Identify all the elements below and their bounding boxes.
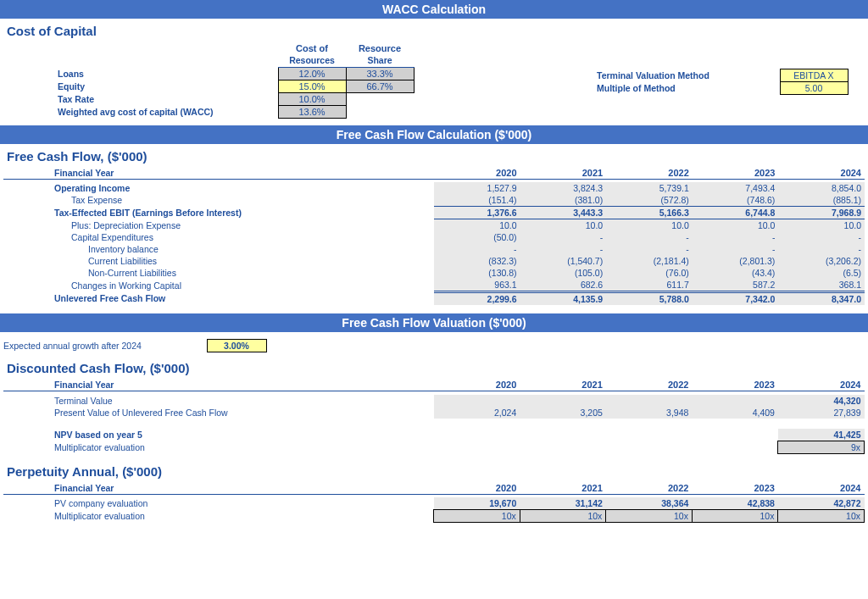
tax-ebit-2022: 5,166.3 — [606, 207, 693, 219]
tax-exp-2023: (748.6) — [693, 194, 779, 207]
pv-company-label: PV company evaluation — [3, 497, 434, 510]
perp-year-2023: 2023 — [692, 482, 778, 495]
dcf-year-2020: 2020 — [434, 379, 520, 391]
pv-company-2020: 19,670 — [434, 497, 520, 510]
row-equity-cost[interactable]: 15.0% — [278, 80, 346, 92]
tax-ebit-2023: 6,744.8 — [693, 207, 779, 219]
section-cost-of-capital: Cost of Capital — [0, 19, 868, 42]
capex-2021: - — [520, 231, 607, 243]
op-income-2024: 8,854.0 — [778, 182, 865, 194]
year-2020: 2020 — [434, 167, 520, 180]
dep-2023: 10.0 — [693, 219, 779, 232]
multiple-method-value[interactable]: 5.00 — [780, 82, 848, 95]
ncl-label: Non-Current Liabilities — [3, 267, 434, 279]
dcf-year-2022: 2022 — [606, 379, 693, 391]
perp-year-2022: 2022 — [606, 482, 693, 495]
pv-ufcf-2020: 2,024 — [434, 407, 520, 419]
perp-mult-2022: 10x — [606, 510, 693, 523]
row-tax-val: 10.0% — [278, 92, 346, 105]
hdr-cost-1: Cost of — [278, 42, 346, 54]
pv-ufcf-label: Present Value of Unlevered Free Cash Flo… — [3, 407, 434, 419]
perp-year-2021: 2021 — [520, 482, 606, 495]
banner-fcf: Free Cash Flow Calculation ($'000) — [0, 125, 868, 144]
year-2022: 2022 — [606, 167, 693, 180]
tax-ebit-2020: 1,376.6 — [434, 207, 520, 219]
pv-company-2024: 42,872 — [778, 497, 865, 510]
section-fcf: Free Cash Flow, ($'000) — [0, 144, 868, 167]
fy-label-2: Financial Year — [3, 379, 434, 391]
term-val-2021 — [520, 395, 606, 407]
ncl-2020: (130.8) — [434, 267, 520, 279]
dcf-year-2023: 2023 — [692, 379, 778, 391]
terminal-valuation-label: Terminal Valuation Method — [593, 69, 763, 82]
ufcf-label: Unlevered Free Cash Flow — [3, 292, 434, 306]
section-dcf: Discounted Cash Flow, ($'000) — [0, 352, 868, 379]
pv-ufcf-2023: 4,409 — [692, 407, 778, 419]
hdr-share-2: Share — [346, 54, 414, 67]
wc-2022: 611.7 — [606, 279, 693, 292]
tax-exp-label: Tax Expense — [3, 194, 434, 207]
year-2024: 2024 — [778, 167, 865, 180]
ncl-2022: (76.0) — [606, 267, 693, 279]
row-tax-label: Tax Rate — [7, 92, 278, 105]
op-income-2021: 3,824.3 — [520, 182, 607, 194]
tax-ebit-2024: 7,968.9 — [778, 207, 865, 219]
row-loans-label: Loans — [7, 67, 278, 80]
perp-mult-2024: 10x — [778, 510, 865, 523]
wc-2023: 587.2 — [693, 279, 779, 292]
term-val-label: Terminal Value — [3, 395, 434, 407]
dcf-year-2024: 2024 — [778, 379, 865, 391]
npv-label: NPV based on year 5 — [3, 429, 434, 441]
pv-company-2022: 38,364 — [606, 497, 693, 510]
inv-2021: - — [520, 243, 607, 255]
capex-2020: (50.0) — [434, 231, 520, 243]
perp-year-2024: 2024 — [778, 482, 865, 495]
fy-label-3: Financial Year — [3, 482, 434, 495]
dep-2024: 10.0 — [778, 219, 865, 232]
term-val-2020 — [434, 395, 520, 407]
tax-ebit-2021: 3,443.3 — [520, 207, 607, 219]
term-val-2023 — [692, 395, 778, 407]
terminal-valuation-value[interactable]: EBITDA X — [780, 69, 848, 82]
op-income-2020: 1,527.9 — [434, 182, 520, 194]
capex-label: Capital Expenditures — [3, 231, 434, 243]
dep-2020: 10.0 — [434, 219, 520, 232]
dcf-year-2021: 2021 — [520, 379, 606, 391]
ufcf-2020: 2,299.6 — [434, 292, 520, 306]
inv-2023: - — [693, 243, 779, 255]
inv-2022: - — [606, 243, 693, 255]
ncl-2024: (6.5) — [778, 267, 865, 279]
capex-2024: - — [778, 231, 865, 243]
row-equity-label: Equity — [7, 80, 278, 92]
mult-eval-val: 9x — [778, 441, 865, 453]
year-2023: 2023 — [693, 167, 779, 180]
perp-mult-2020: 10x — [434, 510, 520, 523]
inv-label: Inventory balance — [3, 243, 434, 255]
section-perp: Perpetuity Annual, ($'000) — [0, 454, 868, 482]
dep-2022: 10.0 — [606, 219, 693, 232]
perp-mult-2023: 10x — [692, 510, 778, 523]
cl-2023: (2,801.3) — [693, 255, 779, 267]
op-income-2022: 5,739.1 — [606, 182, 693, 194]
growth-value[interactable]: 3.00% — [207, 340, 266, 352]
capex-2023: - — [693, 231, 779, 243]
wc-2024: 368.1 — [778, 279, 865, 292]
wc-label: Changes in Working Capital — [3, 279, 434, 292]
banner-fcv: Free Cash Flow Valuation ($'000) — [0, 313, 868, 332]
ncl-2021: (105.0) — [520, 267, 607, 279]
hdr-cost-2: Resources — [278, 54, 346, 67]
perp-year-2020: 2020 — [434, 482, 520, 495]
ncl-2023: (43.4) — [693, 267, 779, 279]
multiple-method-label: Multiple of Method — [593, 82, 763, 95]
npv-val: 41,425 — [778, 429, 865, 441]
dep-2021: 10.0 — [520, 219, 607, 232]
row-loans-share: 33.3% — [346, 67, 414, 80]
tax-exp-2022: (572.8) — [606, 194, 693, 207]
capex-2022: - — [606, 231, 693, 243]
pv-ufcf-2021: 3,205 — [520, 407, 606, 419]
perp-mult-label: Multiplicator evaluation — [3, 510, 434, 523]
op-income-2023: 7,493.4 — [693, 182, 779, 194]
cl-2024: (3,206.2) — [778, 255, 865, 267]
perp-mult-2021: 10x — [520, 510, 606, 523]
mult-eval-label: Multiplicator evaluation — [3, 441, 434, 453]
